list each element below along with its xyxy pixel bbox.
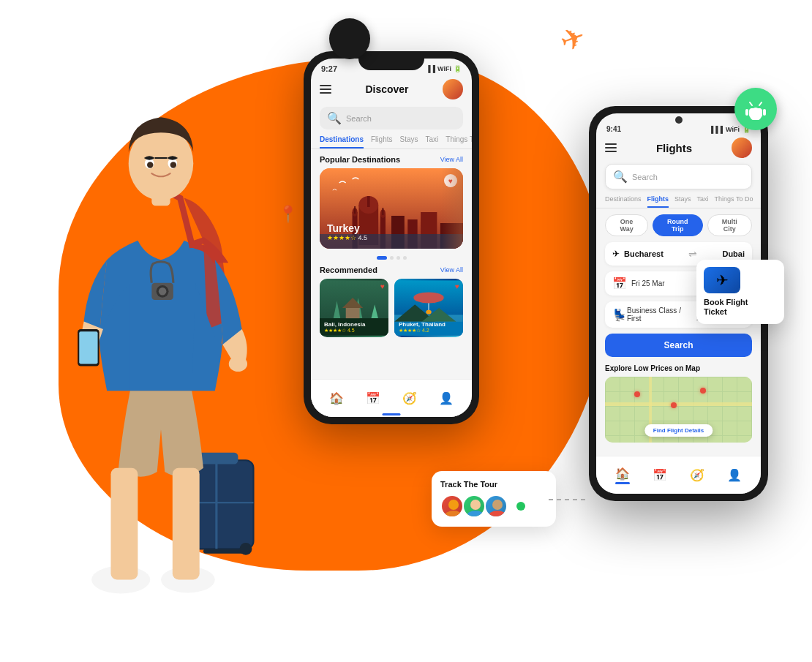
android-time: 9:41 (606, 125, 621, 133)
card-overlay (441, 168, 463, 249)
svg-point-12 (170, 162, 176, 168)
ios-popular-title: Popular Destinations (320, 155, 400, 164)
android-nav-calendar[interactable]: 📅 (653, 468, 667, 482)
ios-rec-bali-heart[interactable]: ♥ (380, 282, 385, 290)
ios-rec-bali-name: Bali, Indonesia (324, 321, 365, 328)
track-tour-title: Track The Tour (440, 480, 547, 489)
ios-featured-name: Turkey (327, 222, 367, 234)
ios-phone: 9:27 ▐▐WiFi🔋 Discover 🔍 Search Destin (304, 51, 479, 424)
calendar-small-icon: 📅 (612, 277, 627, 290)
compass-icon: 🧭 (402, 391, 417, 406)
book-ticket-plane-icon: ✈ (704, 267, 740, 293)
search-icon: 🔍 (327, 111, 342, 125)
android-nav-home[interactable]: 🏠 (615, 467, 630, 484)
android-home-icon: 🏠 (615, 467, 630, 481)
track-tour-line (549, 499, 585, 500)
android-tab-taxi[interactable]: Taxi (697, 195, 709, 208)
phone-notch (358, 51, 424, 70)
ios-nav-home[interactable]: 🏠 (329, 391, 344, 406)
ios-tab-taxi[interactable]: Taxi (425, 135, 438, 148)
calendar-icon: 📅 (366, 391, 380, 406)
android-user-avatar[interactable] (732, 138, 752, 158)
ios-rec-phuket-heart[interactable]: ♥ (455, 282, 459, 290)
ios-tab-bar: Destinations Flights Stays Taxi Things T… (311, 135, 472, 149)
ios-rec-phuket-name: Phuket, Thailand (399, 321, 446, 328)
book-flight-ticket-card[interactable]: ✈ Book Flight Ticket (696, 260, 784, 324)
ios-popular-header: Popular Destinations View All (311, 155, 472, 168)
ios-rec-bali-label: Bali, Indonesia ★★★★☆ 4.5 (324, 321, 365, 334)
ios-search-bar[interactable]: 🔍 Search (320, 107, 463, 129)
svg-rect-62 (763, 109, 766, 116)
android-nav-explore[interactable]: 🧭 (690, 468, 704, 482)
find-flight-details-button[interactable]: Find Flight Details (644, 424, 713, 437)
ios-view-all-popular[interactable]: View All (440, 156, 463, 163)
svg-point-19 (159, 287, 167, 296)
ios-rec-card-bali[interactable]: Bali, Indonesia ★★★★☆ 4.5 ♥ (320, 279, 388, 337)
one-way-button[interactable]: One Way (605, 214, 648, 236)
ios-rec-phuket-label: Phuket, Thailand ★★★★☆ 4.2 (399, 321, 446, 334)
android-tab-stays[interactable]: Stays (674, 195, 691, 208)
svg-rect-44 (346, 308, 360, 318)
flight-plane-icon: ✈ (612, 249, 620, 259)
ios-view-all-recommended[interactable]: View All (440, 266, 463, 274)
airplane-decoration: ✈ (555, 19, 590, 59)
ios-bottom-nav: 🏠 📅 🧭 👤 (311, 379, 472, 417)
android-menu-icon[interactable] (605, 143, 617, 152)
ios-tab-destinations[interactable]: Destinations (320, 135, 364, 148)
ios-nav-profile[interactable]: 👤 (439, 391, 454, 406)
android-bottom-nav: 🏠 📅 🧭 👤 (596, 456, 761, 494)
round-trip-button[interactable]: Round Trip (653, 214, 702, 236)
svg-rect-63 (751, 116, 754, 119)
svg-point-67 (470, 500, 481, 510)
ios-tab-flights[interactable]: Flights (371, 135, 392, 148)
android-tab-flights[interactable]: Flights (647, 195, 669, 208)
multi-city-button[interactable]: Multi City (707, 214, 752, 236)
search-flights-button[interactable]: Search (605, 334, 752, 357)
track-avatar-2 (462, 494, 486, 518)
user-avatar[interactable] (443, 79, 463, 99)
ios-time: 9:27 (321, 64, 337, 73)
android-tab-things[interactable]: Things To Do (715, 195, 753, 208)
android-tab-destinations[interactable]: Destinations (605, 195, 642, 208)
ios-featured-stars: ★★★★☆ 4.5 (327, 234, 367, 241)
android-profile-icon: 👤 (727, 469, 742, 481)
android-search-placeholder: Search (632, 173, 658, 181)
android-search-bar[interactable]: 🔍 Search (605, 164, 752, 189)
route-arrow-icon: ⇌ (668, 248, 718, 260)
ios-featured-card[interactable]: Turkey ★★★★☆ 4.5 ♥ (320, 168, 463, 249)
map-marker-3 (700, 388, 706, 394)
svg-line-57 (759, 102, 762, 105)
ios-home-indicator (383, 413, 401, 415)
android-nav-profile[interactable]: 👤 (727, 468, 742, 482)
ios-tab-things[interactable]: Things To Do (446, 135, 472, 148)
svg-rect-60 (749, 108, 762, 117)
ios-nav-calendar[interactable]: 📅 (366, 391, 380, 406)
explore-map-label: Explore Low Prices on Map (596, 364, 761, 377)
ios-rec-phuket-stars: ★★★★☆ 4.2 (399, 328, 446, 334)
android-header-title: Flights (617, 142, 732, 154)
svg-rect-15 (79, 331, 97, 364)
menu-icon[interactable] (320, 85, 331, 94)
ios-tab-stays[interactable]: Stays (399, 135, 418, 148)
svg-point-70 (489, 511, 506, 518)
svg-point-69 (492, 500, 503, 510)
profile-icon: 👤 (439, 391, 454, 406)
android-store-badge[interactable] (734, 88, 777, 130)
map-road-horizontal (605, 402, 752, 406)
apple-store-badge[interactable] (329, 18, 370, 59)
track-tour-card[interactable]: Track The Tour (432, 471, 556, 527)
flight-date-value: Fri 25 Mar (631, 279, 665, 287)
map-marker-2 (671, 402, 677, 408)
explore-map[interactable]: Find Flight Details (605, 377, 752, 443)
track-avatar-3 (484, 494, 508, 518)
svg-rect-33 (383, 208, 384, 215)
android-tab-bar: Destinations Flights Stays Taxi Things T… (596, 195, 761, 208)
from-city: Bucharest (624, 249, 663, 258)
svg-rect-30 (354, 206, 356, 214)
seat-icon: 💺 (612, 308, 627, 322)
svg-rect-64 (757, 116, 760, 119)
ios-nav-explore[interactable]: 🧭 (402, 391, 417, 406)
ios-rec-card-phuket[interactable]: Phuket, Thailand ★★★★☆ 4.2 ♥ (394, 279, 463, 337)
ios-recommended-grid: Bali, Indonesia ★★★★☆ 4.5 ♥ (311, 279, 472, 337)
ios-header-title: Discover (331, 83, 443, 95)
